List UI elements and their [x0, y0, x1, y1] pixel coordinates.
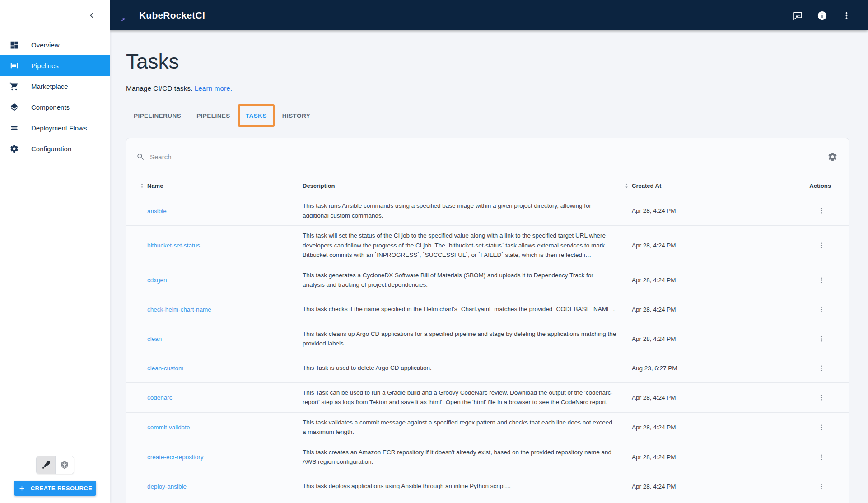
sidebar-item-marketplace[interactable]: Marketplace [0, 76, 110, 97]
task-created-at: Apr 28, 4:24 PM [632, 454, 736, 461]
sidebar-item-overview[interactable]: Overview [0, 34, 110, 55]
row-actions-kebab-button[interactable] [815, 274, 827, 286]
kubernetes-view-toggle[interactable] [55, 456, 74, 474]
column-header-description: Description [303, 182, 632, 189]
layers-icon [9, 102, 19, 112]
task-actions-cell [736, 303, 838, 316]
task-name-link[interactable]: clean-custom [147, 365, 183, 372]
row-actions-kebab-button[interactable] [815, 362, 827, 374]
tab-label: HISTORY [282, 112, 310, 119]
tab-pipelines[interactable]: PIPELINES [189, 105, 238, 126]
tab-history[interactable]: HISTORY [275, 105, 318, 126]
sidebar-nav: Overview Pipelines Marketplace Component… [0, 30, 110, 159]
sidebar: Overview Pipelines Marketplace Component… [0, 0, 110, 503]
page-title: Tasks [126, 49, 849, 74]
table-row: deploy-ansible This task deploys applica… [126, 472, 849, 501]
info-button[interactable] [814, 8, 830, 23]
kebab-menu-icon [817, 364, 826, 373]
feedback-chat-button[interactable] [790, 8, 805, 23]
create-resource-label: CREATE RESOURCE [31, 485, 93, 492]
app-window: Overview Pipelines Marketplace Component… [0, 0, 868, 503]
task-created-at: Aug 23, 6:27 PM [632, 365, 736, 372]
task-name-link[interactable]: bitbucket-set-status [147, 242, 200, 249]
kebab-menu-icon [841, 10, 852, 21]
column-header-name[interactable]: Name [147, 182, 303, 189]
task-name-link[interactable]: deploy-ansible [147, 483, 187, 490]
kebab-menu-icon [817, 276, 826, 284]
task-actions-cell [736, 362, 838, 374]
task-description: This task checks if the name specified i… [303, 299, 616, 319]
task-actions-cell [736, 239, 838, 252]
row-actions-kebab-button[interactable] [815, 421, 827, 433]
sidebar-item-configuration[interactable]: Configuration [0, 138, 110, 159]
task-name-link[interactable]: ansible [147, 208, 167, 214]
task-name-link[interactable]: cdxgen [147, 277, 167, 284]
task-name-link[interactable]: codenarc [147, 394, 173, 401]
rocket-view-toggle[interactable] [37, 456, 55, 474]
table-row: bitbucket-set-status This task will set … [126, 226, 849, 265]
row-actions-kebab-button[interactable] [815, 480, 827, 493]
tab-pipelineruns[interactable]: PIPELINERUNS [126, 105, 189, 126]
search-row [126, 138, 849, 165]
table-row: codenarc This Task can be used to run a … [126, 383, 849, 413]
search-input[interactable] [150, 153, 298, 161]
row-actions-kebab-button[interactable] [815, 391, 827, 404]
task-name-cell: deploy-ansible [147, 482, 303, 490]
table-row: ansible This task runs Ansible commands … [126, 196, 849, 226]
kebab-menu-icon [817, 453, 826, 461]
kebab-menu-icon [817, 305, 826, 314]
task-description: This task cleans up Argo CD applications… [303, 324, 616, 354]
sidebar-item-pipelines[interactable]: Pipelines [0, 55, 110, 76]
kebab-menu-icon [817, 393, 826, 402]
task-created-at: Apr 28, 4:24 PM [632, 277, 736, 284]
column-header-actions: Actions [736, 182, 838, 189]
chevron-left-icon [87, 10, 97, 20]
task-name-link[interactable]: check-helm-chart-name [147, 306, 211, 313]
column-header-created-at[interactable]: Created At [632, 182, 736, 189]
topbar: KubeRocketCI [110, 0, 868, 30]
learn-more-link[interactable]: Learn more. [195, 84, 233, 92]
stacked-bars-icon [9, 123, 19, 133]
task-name-cell: check-helm-chart-name [147, 305, 303, 313]
task-name-cell: clean [147, 335, 303, 343]
task-description: This task deploys applications using Ans… [303, 476, 616, 496]
sidebar-collapse-button[interactable] [84, 7, 100, 23]
task-name-link[interactable]: create-ecr-repository [147, 454, 204, 461]
kebab-menu-icon [817, 335, 826, 343]
row-actions-kebab-button[interactable] [815, 451, 827, 463]
topbar-actions [790, 8, 854, 23]
kebab-menu-icon [817, 241, 826, 250]
row-actions-kebab-button[interactable] [815, 239, 827, 252]
task-created-at: Apr 28, 4:24 PM [632, 242, 736, 249]
brand-name: KubeRocketCI [139, 10, 205, 21]
sidebar-item-deployment-flows[interactable]: Deployment Flows [0, 117, 110, 138]
create-resource-button[interactable]: CREATE RESOURCE [14, 481, 96, 496]
task-actions-cell [736, 421, 838, 433]
tab-tasks[interactable]: TASKS [238, 104, 275, 127]
task-created-at: Apr 28, 4:24 PM [632, 394, 736, 401]
table-row: clean-custom This Task is used to delete… [126, 354, 849, 383]
page-content: Tasks Manage CI/CD tasks. Learn more. PI… [110, 30, 868, 503]
task-description: This Task is used to delete Argo CD appl… [303, 358, 616, 378]
sidebar-item-label: Marketplace [31, 83, 68, 90]
sidebar-header [0, 0, 110, 30]
pipelines-icon [9, 61, 19, 70]
table-settings-button[interactable] [826, 150, 839, 163]
tabs: PIPELINERUNS PIPELINES TASKS HISTORY [126, 104, 849, 127]
tab-label: PIPELINERUNS [134, 112, 181, 119]
row-actions-kebab-button[interactable] [815, 303, 827, 316]
task-name-link[interactable]: commit-validate [147, 424, 190, 431]
row-actions-kebab-button[interactable] [815, 205, 827, 217]
sidebar-item-components[interactable]: Components [0, 97, 110, 117]
rocket-logo-icon [121, 9, 134, 22]
table-row: create-ecr-repository This task creates … [126, 442, 849, 472]
table-body: ansible This task runs Ansible commands … [126, 196, 849, 501]
cart-icon [9, 82, 19, 91]
topbar-kebab-menu-button[interactable] [839, 8, 854, 23]
task-description: This task creates an Amazon ECR reposito… [303, 442, 616, 472]
brand[interactable]: KubeRocketCI [121, 9, 205, 22]
row-actions-kebab-button[interactable] [815, 332, 827, 345]
kebab-menu-icon [817, 482, 826, 491]
task-name-link[interactable]: clean [147, 335, 162, 342]
task-created-at: Apr 28, 4:24 PM [632, 424, 736, 431]
